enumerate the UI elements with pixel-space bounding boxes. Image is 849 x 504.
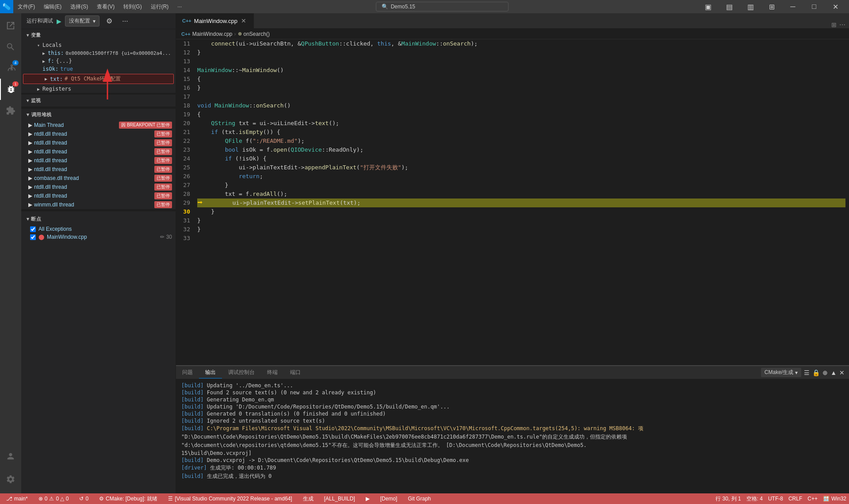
cmake-label: CMake: [Debug]: 就绪 xyxy=(106,495,157,503)
callstack-arrow-icon: ▾ xyxy=(27,112,30,118)
tab-close-icon[interactable]: ✕ xyxy=(240,17,247,24)
panel-tab-problems[interactable]: 问题 xyxy=(176,367,199,378)
var-isok[interactable]: isOk: true xyxy=(21,65,176,73)
breakpoints-header[interactable]: ▾ 断点 xyxy=(21,213,176,225)
callstack-header[interactable]: ▾ 调用堆栈 xyxy=(21,109,176,121)
window-minimize[interactable]: ─ xyxy=(783,0,803,13)
locals-header-item[interactable]: ▾ Locals xyxy=(21,41,176,49)
panel-copy-icon[interactable]: ⊕ xyxy=(822,369,828,376)
menu-more[interactable]: ··· xyxy=(173,2,186,11)
debug-config-dropdown[interactable]: 没有配置 ▾ xyxy=(65,15,99,27)
breakpoints-arrow-icon: ▾ xyxy=(27,216,30,221)
menu-file[interactable]: 文件(F) xyxy=(13,1,39,12)
debug-more-btn[interactable]: ··· xyxy=(119,15,131,27)
panel-tab-debug-console[interactable]: 调试控制台 xyxy=(222,367,261,378)
callstack-item-ntdll2[interactable]: ▶ ntdll.dll thread 已暂停 xyxy=(21,138,176,147)
bp-mainwindow-checkbox[interactable] xyxy=(30,234,36,240)
callstack-item-combase[interactable]: ▶ combase.dll thread 已暂停 xyxy=(21,174,176,183)
var-txt[interactable]: ▶ txt: # Qt5 CMake环境配置 xyxy=(23,74,174,84)
title-center: 🔍 Demo5.15 xyxy=(186,2,698,11)
window-layout-2[interactable]: ▤ xyxy=(719,0,739,13)
code-content[interactable]: 11 12 13 14 15 16 17 18 19 20 21 22 23 2… xyxy=(176,39,849,365)
status-refresh[interactable]: ↺ 0 xyxy=(76,493,91,504)
code-line-17 xyxy=(197,92,845,101)
callstack-arrow-icon7: ▶ xyxy=(28,166,32,172)
activity-extensions[interactable] xyxy=(0,100,21,121)
window-maximize[interactable]: □ xyxy=(804,0,824,13)
status-position[interactable]: 行 30, 列 1 xyxy=(713,493,743,504)
menu-run[interactable]: 运行(R) xyxy=(146,1,173,12)
status-vs[interactable]: ☰ [Visual Studio Community 2022 Release … xyxy=(165,493,294,504)
var-this[interactable]: ▶ this: 0x000000c1500ff7f8 {ui=0x000002a… xyxy=(21,49,176,57)
panel-tab-ports[interactable]: 端口 xyxy=(284,367,307,378)
bp-mainwindow[interactable]: ⬤ MainWindow.cpp ✏ 30 xyxy=(21,233,176,241)
callstack-item-winmm[interactable]: ▶ winmm.dll thread 已暂停 xyxy=(21,200,176,209)
ln-30: 30 xyxy=(178,207,190,216)
watch-header[interactable]: ▾ 监视 xyxy=(21,95,176,107)
menu-select[interactable]: 选择(S) xyxy=(66,1,92,12)
menu-edit[interactable]: 编辑(E) xyxy=(39,1,66,12)
status-branch[interactable]: ⎇ main* xyxy=(4,493,31,504)
status-bar: ⎇ main* ⊗ 0 ⚠ 0 △ 0 ↺ 0 ⚙ CMake: [Debug]… xyxy=(0,493,849,504)
split-editor-icon[interactable]: ⊞ xyxy=(831,21,837,28)
callstack-item-ntdll5[interactable]: ▶ ntdll.dll thread 已暂停 xyxy=(21,165,176,174)
registers-item[interactable]: ▶ Registers xyxy=(21,85,176,93)
status-platform[interactable]: 🪟 Win32 xyxy=(820,493,849,504)
status-encoding[interactable]: UTF-8 xyxy=(765,493,786,504)
panel-up-icon[interactable]: ▲ xyxy=(830,369,837,376)
status-spaces[interactable]: 空格: 4 xyxy=(744,493,765,504)
bp-all-exceptions[interactable]: All Exceptions xyxy=(21,225,176,233)
code-line-33: } xyxy=(197,225,845,234)
activity-git[interactable]: 4 xyxy=(0,57,21,79)
activity-account[interactable] xyxy=(0,446,21,467)
callstack-item-ntdll7[interactable]: ▶ ntdll.dll thread 已暂停 xyxy=(21,191,176,200)
var-f[interactable]: ▶ f: {...} xyxy=(21,57,176,65)
activity-explorer[interactable] xyxy=(0,15,21,36)
activity-search[interactable] xyxy=(0,36,21,57)
status-demo[interactable]: [Demo] xyxy=(378,493,400,504)
status-build[interactable]: 生成 xyxy=(300,493,316,504)
panel-tab-terminal[interactable]: 终端 xyxy=(261,367,284,378)
more-actions-icon[interactable]: ⋯ xyxy=(839,21,845,28)
callstack-section: ▾ 调用堆栈 ▶ Main Thread 因 BREAKPOINT 已暂停 ▶ … xyxy=(21,108,176,209)
menu-view[interactable]: 查看(V) xyxy=(92,1,119,12)
menu-goto[interactable]: 转到(G) xyxy=(119,1,146,12)
activity-settings[interactable] xyxy=(0,469,21,490)
registers-arrow-icon: ▶ xyxy=(37,87,40,92)
status-language[interactable]: C++ xyxy=(805,493,820,504)
window-layout-3[interactable]: ▥ xyxy=(740,0,761,13)
window-layout-1[interactable]: ▣ xyxy=(698,0,718,13)
panel-lock-icon[interactable]: 🔒 xyxy=(812,369,820,376)
window-close[interactable]: ✕ xyxy=(825,0,845,13)
status-play[interactable]: ▶ xyxy=(363,493,372,504)
window-layout-4[interactable]: ⊞ xyxy=(761,0,782,13)
bp-all-exceptions-checkbox[interactable] xyxy=(30,226,36,232)
search-bar[interactable]: 🔍 Demo5.15 xyxy=(376,2,509,11)
callstack-item-main[interactable]: ▶ Main Thread 因 BREAKPOINT 已暂停 xyxy=(21,121,176,130)
callstack-item-ntdll6[interactable]: ▶ ntdll.dll thread 已暂停 xyxy=(21,183,176,191)
breadcrumb-function[interactable]: onSearch() xyxy=(244,31,270,37)
activity-debug[interactable]: 1 xyxy=(0,79,21,100)
bp-edit-icon[interactable]: ✏ xyxy=(160,234,164,240)
variables-header[interactable]: ▾ 变量 xyxy=(21,29,176,41)
status-cmake[interactable]: ⚙ CMake: [Debug]: 就绪 xyxy=(96,493,160,504)
status-all-build[interactable]: [ALL_BUILD] xyxy=(321,493,358,504)
status-errors[interactable]: ⊗ 0 ⚠ 0 △ 0 xyxy=(36,493,72,504)
panel-filter-icon[interactable]: ☰ xyxy=(804,369,810,376)
watch-section: ▾ 监视 xyxy=(21,95,176,107)
output-source-dropdown[interactable]: CMake/生成 ▾ xyxy=(761,368,801,377)
debug-gear-btn[interactable]: ⚙ xyxy=(103,15,115,27)
vs-label: [Visual Studio Community 2022 Release - … xyxy=(175,496,292,502)
status-eol[interactable]: CRLF xyxy=(786,493,805,504)
callstack-item-ntdll3[interactable]: ▶ ntdll.dll thread 已暂停 xyxy=(21,147,176,156)
dropdown-icon: ▾ xyxy=(795,370,798,376)
status-git-graph[interactable]: Git Graph xyxy=(405,493,433,504)
callstack-item-ntdll1[interactable]: ▶ ntdll.dll thread 已暂停 xyxy=(21,130,176,138)
var-arrow-icon: ▶ xyxy=(42,51,45,56)
breadcrumb-file[interactable]: MainWindow.cpp xyxy=(192,31,233,37)
panel-tab-output[interactable]: 输出 xyxy=(199,367,222,378)
panel-close-icon[interactable]: ✕ xyxy=(839,369,845,376)
tab-mainwindow-cpp[interactable]: C++ MainWindow.cpp ✕ xyxy=(176,13,254,28)
output-panel[interactable]: [build] Updating '../Demo_en.ts'... [bui… xyxy=(176,379,849,493)
callstack-item-ntdll4[interactable]: ▶ ntdll.dll thread 已暂停 xyxy=(21,156,176,165)
